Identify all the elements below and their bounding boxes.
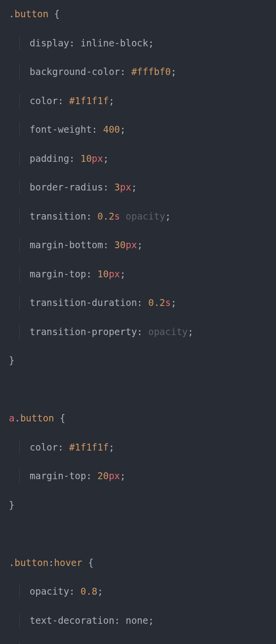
brace-open: {: [48, 8, 60, 19]
prop: margin-top: [30, 268, 86, 279]
value: opacity: [148, 326, 188, 337]
brace-close: }: [9, 499, 14, 510]
number: 10: [97, 268, 109, 279]
unit: s: [115, 211, 120, 222]
number: 400: [103, 124, 120, 135]
prop: font-weight: [30, 124, 92, 135]
dot: .: [14, 413, 20, 423]
value: inline-block: [80, 38, 148, 48]
prop: transition: [30, 211, 86, 222]
prop: color: [30, 442, 58, 453]
number: 3: [115, 182, 120, 192]
prop: background-color: [30, 66, 120, 77]
prop: transition-property: [30, 326, 137, 337]
value: opacity: [126, 211, 165, 222]
brace-open: {: [54, 413, 66, 423]
number: 10: [80, 153, 92, 164]
prop: margin-bottom: [30, 239, 103, 250]
unit: px: [109, 268, 120, 279]
number: 0.8: [80, 586, 97, 597]
unit: px: [120, 182, 131, 192]
prop: padding: [30, 153, 69, 164]
number: 0.2: [97, 211, 114, 222]
brace-open: {: [82, 557, 94, 568]
unit: px: [109, 470, 120, 481]
number: 20: [97, 470, 109, 481]
prop: transition-duration: [30, 297, 137, 308]
dot: .: [9, 557, 14, 568]
prop: margin-top: [30, 470, 86, 481]
pseudo: hover: [54, 557, 82, 568]
selector-class: button: [14, 8, 48, 19]
hex: #1f1f1f: [69, 442, 109, 453]
code-block: .button { display: inline-block; backgro…: [9, 7, 267, 644]
dot: .: [9, 8, 14, 19]
hex: #fffbf0: [131, 66, 171, 77]
unit: px: [92, 153, 103, 164]
prop: text-decoration: [30, 615, 115, 626]
prop: display: [30, 38, 69, 48]
unit: px: [126, 239, 137, 250]
hex: #1f1f1f: [69, 95, 109, 106]
selector-class: button: [20, 413, 54, 423]
selector-element: a: [9, 413, 14, 423]
number: 30: [115, 239, 126, 250]
brace-close: }: [9, 355, 14, 366]
prop: color: [30, 95, 58, 106]
value: none: [125, 615, 148, 626]
prop: border-radius: [30, 182, 103, 192]
unit: s: [165, 297, 171, 308]
number: 0.2: [148, 297, 165, 308]
prop: opacity: [30, 586, 69, 597]
selector-class: button: [14, 557, 48, 568]
